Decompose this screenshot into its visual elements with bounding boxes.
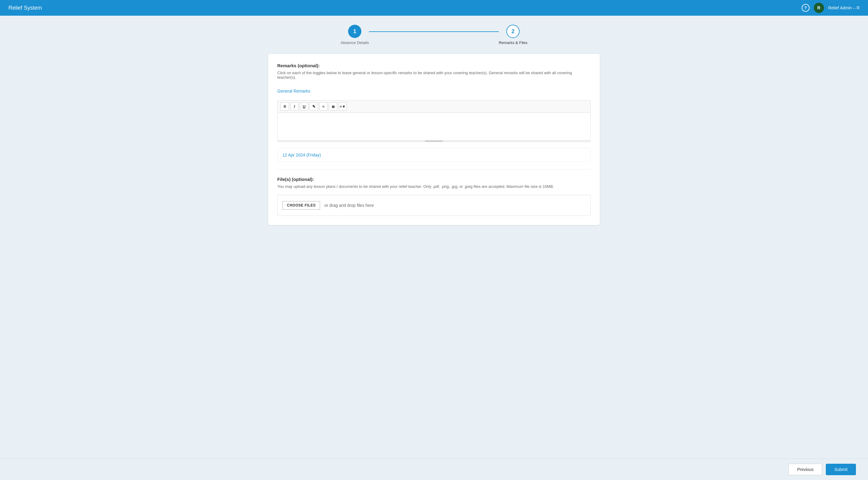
step-1: 1 Absence Details <box>341 25 369 45</box>
align-button[interactable]: ≡▼ <box>338 102 347 111</box>
step-2: 2 Remarks & Files <box>499 25 527 45</box>
files-title: File(s) (optional): <box>277 177 591 182</box>
underline-button[interactable]: U <box>300 102 308 111</box>
file-upload-area: CHOOSE FILES or drag and drop files here <box>277 195 591 216</box>
files-description: You may upload any lesson plans / docume… <box>277 184 591 189</box>
editor-scrollbar-thumb <box>425 141 443 142</box>
editor-scrollbar <box>278 140 590 142</box>
rich-text-editor: B I U ✎ ≡ ≣ ≡▼ <box>277 100 591 142</box>
footer: Previous Submit <box>0 458 868 480</box>
italic-button[interactable]: I <box>290 102 299 111</box>
stepper: 1 Absence Details 2 Remarks & Files <box>341 25 527 45</box>
drag-drop-label: or drag and drop files here <box>324 203 374 208</box>
remarks-description: Click on each of the toggles below to le… <box>277 70 591 80</box>
step-1-label: Absence Details <box>341 40 369 45</box>
step-2-circle: 2 <box>506 25 520 38</box>
form-card: Remarks (optional): Click on each of the… <box>268 54 600 225</box>
bold-button[interactable]: B <box>281 102 289 111</box>
choose-files-button[interactable]: CHOOSE FILES <box>282 201 320 210</box>
previous-button[interactable]: Previous <box>788 464 822 475</box>
app-title: Relief System <box>8 5 42 11</box>
ordered-list-button[interactable]: ≣ <box>329 102 337 111</box>
step-1-circle: 1 <box>348 25 361 38</box>
header-right: ? R Relief Admin – R <box>802 3 860 13</box>
main-content: 1 Absence Details 2 Remarks & Files Rema… <box>0 16 868 480</box>
help-icon[interactable]: ? <box>802 4 809 12</box>
eraser-button[interactable]: ✎ <box>310 102 318 111</box>
editor-toolbar: B I U ✎ ≡ ≣ ≡▼ <box>278 100 590 113</box>
user-name: Relief Admin – R <box>828 5 860 10</box>
app-header: Relief System ? R Relief Admin – R <box>0 0 868 16</box>
avatar: R <box>814 3 824 13</box>
section-divider <box>277 169 591 170</box>
general-remarks-toggle[interactable]: General Remarks <box>277 86 591 96</box>
unordered-list-button[interactable]: ≡ <box>319 102 328 111</box>
date-toggle[interactable]: 12 Apr 2024 (Friday) <box>277 148 591 162</box>
remarks-title: Remarks (optional): <box>277 63 591 68</box>
editor-input[interactable] <box>278 113 590 140</box>
submit-button[interactable]: Submit <box>826 464 856 475</box>
step-2-label: Remarks & Files <box>499 40 527 45</box>
step-connector <box>369 31 499 32</box>
